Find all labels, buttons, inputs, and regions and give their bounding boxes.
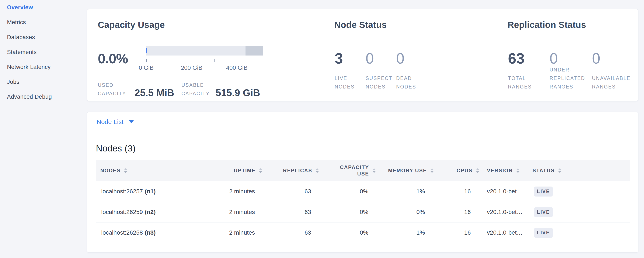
unavailable-ranges-stat: 0 UNAVAILABLE RANGES xyxy=(592,9,644,101)
sidebar-item-overview[interactable]: Overview xyxy=(0,0,87,15)
capacity-used-sliver xyxy=(146,48,147,53)
usable-capacity-label: USABLE CAPACITY xyxy=(182,81,210,98)
version-cell: v20.1.0-bet… xyxy=(479,181,532,202)
column-header-capacity-use[interactable]: CAPACITY USE xyxy=(319,164,376,177)
uptime-cell: 2 minutes xyxy=(210,202,262,222)
replicas-cell: 63 xyxy=(262,222,319,243)
status-cell: LIVE xyxy=(532,222,630,243)
column-header-cpus[interactable]: CPUS xyxy=(434,168,479,174)
sidebar-item-statements[interactable]: Statements xyxy=(0,45,87,60)
column-header-memory-use[interactable]: MEMORY USE xyxy=(376,168,434,174)
status-cell: LIVE xyxy=(532,202,630,222)
memory-use-cell: 1% xyxy=(376,181,434,202)
total-ranges-stat: 63 TOTAL RANGES xyxy=(508,9,550,101)
cpus-cell: 16 xyxy=(434,222,479,243)
suspect-nodes-stat: 0 SUSPECT NODES xyxy=(366,9,396,101)
column-header-version[interactable]: VERSION xyxy=(479,168,532,174)
replicas-cell: 63 xyxy=(262,202,319,222)
used-capacity-value: 25.5 MiB xyxy=(134,88,174,98)
cpus-cell: 16 xyxy=(434,202,479,222)
unavailable-label: UNAVAILABLE RANGES xyxy=(592,74,630,91)
column-header-nodes[interactable]: NODES xyxy=(96,168,210,174)
sort-icon xyxy=(476,168,479,173)
unavailable-count: 0 xyxy=(592,51,600,66)
capacity-gauge-ticks xyxy=(146,59,263,62)
live-nodes-label: LIVE NODES xyxy=(335,74,354,91)
uptime-cell: 2 minutes xyxy=(210,181,262,202)
status-badge: LIVE xyxy=(534,187,552,197)
version-cell: v20.1.0-bet… xyxy=(479,222,532,243)
node-list-dropdown[interactable]: Node List xyxy=(87,112,638,132)
status-cell: LIVE xyxy=(532,181,630,202)
cluster-overview-card: Capacity Usage 0.0% 0 GiB 200 GiB 400 Gi… xyxy=(87,9,638,101)
column-header-replicas[interactable]: REPLICAS xyxy=(262,168,319,174)
node-list-card: Node List Nodes (3) NODES UPTIME REPLICA… xyxy=(87,112,638,252)
node-list-dropdown-label: Node List xyxy=(96,118,124,125)
usable-capacity-value: 515.9 GiB xyxy=(216,88,260,98)
capacity-use-cell: 0% xyxy=(319,202,376,222)
axis-label: 200 GiB xyxy=(181,64,202,71)
sort-icon xyxy=(124,168,127,173)
sort-icon xyxy=(558,168,562,173)
suspect-nodes-count: 0 xyxy=(366,51,374,66)
capacity-gauge-bar xyxy=(146,46,263,56)
under-replicated-ranges-stat: 0 UNDER- REPLICATED RANGES xyxy=(550,9,592,101)
total-ranges-label: TOTAL RANGES xyxy=(508,74,532,91)
dead-nodes-count: 0 xyxy=(396,51,404,66)
sidebar-item-jobs[interactable]: Jobs xyxy=(0,74,87,89)
table-row: localhost:26257(n1) 2 minutes 63 0% 1% 1… xyxy=(96,181,630,202)
sidebar-item-advanced-debug[interactable]: Advanced Debug xyxy=(0,89,87,104)
column-header-status[interactable]: STATUS xyxy=(532,168,630,174)
status-badge: LIVE xyxy=(534,228,552,238)
used-capacity-label: USED CAPACITY xyxy=(98,81,126,98)
uptime-cell: 2 minutes xyxy=(210,222,262,243)
capacity-other-used xyxy=(246,46,263,56)
nodes-table-title: Nodes (3) xyxy=(96,144,630,153)
capacity-usage-section: Capacity Usage 0.0% 0 GiB 200 GiB 400 Gi… xyxy=(98,9,338,101)
under-replicated-label: UNDER- REPLICATED RANGES xyxy=(550,66,585,91)
sort-icon xyxy=(372,168,376,173)
node-address-cell[interactable]: localhost:26259(n2) xyxy=(96,202,210,222)
version-cell: v20.1.0-bet… xyxy=(479,202,532,222)
sidebar-item-databases[interactable]: Databases xyxy=(0,30,87,45)
capacity-gauge: 0 GiB 200 GiB 400 GiB xyxy=(146,46,263,71)
sort-icon xyxy=(316,168,319,173)
dead-nodes-label: DEAD NODES xyxy=(396,74,416,91)
under-replicated-count: 0 xyxy=(550,51,558,66)
node-address-cell[interactable]: localhost:26257(n1) xyxy=(96,181,210,202)
capacity-gauge-axis: 0 GiB 200 GiB 400 GiB xyxy=(146,64,263,71)
nodes-table-section: Nodes (3) NODES UPTIME REPLICAS CAPACITY… xyxy=(87,144,638,243)
replication-status-section: Replication Status 63 TOTAL RANGES 0 UND… xyxy=(508,9,637,101)
sort-icon xyxy=(430,168,434,173)
suspect-nodes-label: SUSPECT NODES xyxy=(366,74,392,91)
cpus-cell: 16 xyxy=(434,181,479,202)
chevron-down-icon xyxy=(129,120,134,123)
capacity-stats: USED CAPACITY 25.5 MiB USABLE CAPACITY 5… xyxy=(98,81,260,98)
dead-nodes-stat: 0 DEAD NODES xyxy=(396,9,432,101)
table-row: localhost:26258(n3) 2 minutes 63 0% 1% 1… xyxy=(96,222,630,243)
node-status-section: Node Status 3 LIVE NODES 0 SUSPECT NODES… xyxy=(334,9,491,101)
nodes-table-header: NODES UPTIME REPLICAS CAPACITY USE MEMOR… xyxy=(96,160,630,181)
status-badge: LIVE xyxy=(534,207,552,217)
memory-use-cell: 0% xyxy=(376,202,434,222)
axis-label: 400 GiB xyxy=(226,64,248,71)
capacity-usage-title: Capacity Usage xyxy=(98,20,165,30)
memory-use-cell: 1% xyxy=(376,222,434,243)
total-ranges-count: 63 xyxy=(508,51,524,66)
capacity-used-percent: 0.0% xyxy=(98,52,128,66)
column-header-uptime[interactable]: UPTIME xyxy=(210,168,262,174)
sort-icon xyxy=(516,168,520,173)
sidebar-item-metrics[interactable]: Metrics xyxy=(0,15,87,30)
sort-icon xyxy=(259,168,262,173)
sidebar: Overview Metrics Databases Statements Ne… xyxy=(0,0,87,104)
replicas-cell: 63 xyxy=(262,181,319,202)
table-row: localhost:26259(n2) 2 minutes 63 0% 0% 1… xyxy=(96,202,630,222)
live-nodes-count: 3 xyxy=(335,51,343,66)
capacity-use-cell: 0% xyxy=(319,222,376,243)
axis-label: 0 GiB xyxy=(139,64,154,71)
capacity-use-cell: 0% xyxy=(319,181,376,202)
node-address-cell[interactable]: localhost:26258(n3) xyxy=(96,222,210,243)
live-nodes-stat: 3 LIVE NODES xyxy=(335,9,366,101)
sidebar-item-network-latency[interactable]: Network Latency xyxy=(0,60,87,74)
